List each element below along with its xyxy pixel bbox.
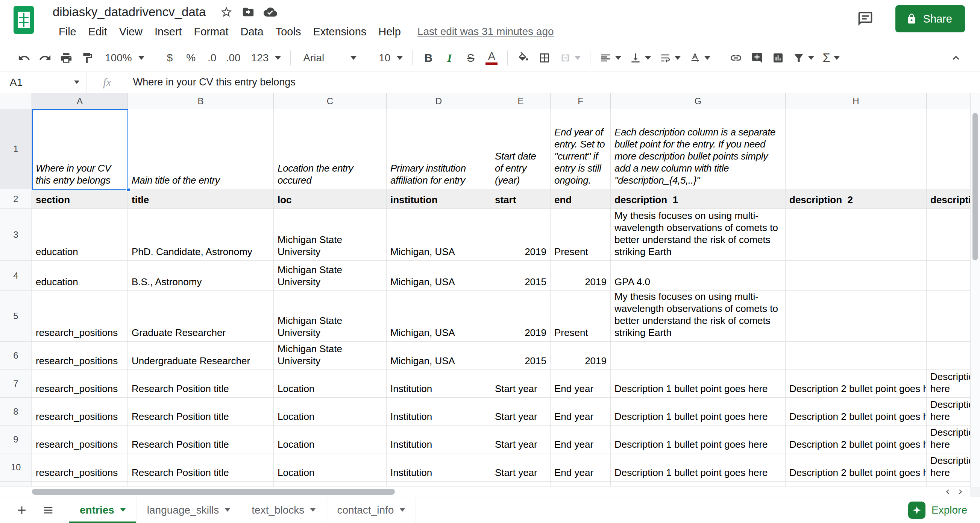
- horizontal-align-button[interactable]: [596, 48, 625, 69]
- cell-C5[interactable]: Michigan State University: [274, 291, 387, 342]
- sheet-tab-menu-icon[interactable]: [400, 508, 405, 512]
- cell-F8[interactable]: End year: [550, 398, 611, 426]
- sheet-tab-text_blocks[interactable]: text_blocks: [241, 497, 326, 523]
- column-header-partial[interactable]: [927, 93, 970, 109]
- cell-G7[interactable]: Description 1 bullet point goes here: [611, 370, 786, 398]
- zoom-select[interactable]: 100%: [98, 48, 148, 69]
- cell-C6[interactable]: Michigan State University: [274, 342, 387, 370]
- number-format-menu[interactable]: 123: [245, 48, 285, 69]
- cell-I2[interactable]: description_3: [927, 189, 970, 209]
- cell-I11[interactable]: [927, 482, 970, 486]
- comment-history-icon[interactable]: [857, 11, 873, 27]
- create-filter-button[interactable]: [789, 48, 818, 69]
- fill-color-button[interactable]: [513, 48, 534, 69]
- cell-F3[interactable]: Present: [550, 209, 611, 261]
- cell-E10[interactable]: Start year: [491, 453, 550, 482]
- cell-F6[interactable]: 2019: [550, 342, 611, 370]
- cell-E7[interactable]: Start year: [491, 370, 550, 398]
- cell-H1[interactable]: [786, 109, 927, 189]
- vertical-scrollbar-thumb[interactable]: [972, 113, 978, 260]
- cell-B2[interactable]: title: [128, 189, 274, 209]
- cell-C9[interactable]: Location: [274, 426, 387, 453]
- select-all-corner[interactable]: [0, 93, 32, 109]
- menu-format[interactable]: Format: [188, 23, 235, 40]
- cell-G4[interactable]: GPA 4.0: [611, 261, 786, 291]
- cell-A2[interactable]: section: [32, 189, 128, 209]
- row-header-6[interactable]: 6: [0, 342, 32, 370]
- cell-D2[interactable]: institution: [387, 189, 491, 209]
- cell-G3[interactable]: My thesis focuses on using multi-wavelen…: [611, 209, 786, 261]
- increase-decimal-button[interactable]: .00: [223, 48, 244, 69]
- row-header-1[interactable]: 1: [0, 109, 32, 189]
- move-to-folder-icon[interactable]: [242, 6, 255, 18]
- cell-H11[interactable]: [786, 482, 927, 486]
- sheets-logo-icon[interactable]: [14, 6, 34, 34]
- cell-C8[interactable]: Location: [274, 398, 387, 426]
- vertical-scrollbar[interactable]: [970, 93, 980, 487]
- cell-G10[interactable]: Description 1 bullet point goes here: [611, 453, 786, 482]
- decrease-decimal-button[interactable]: .0: [202, 48, 222, 69]
- collapse-toolbar-button[interactable]: [946, 48, 966, 69]
- cell-D7[interactable]: Institution: [387, 370, 491, 398]
- explore-button[interactable]: Explore: [908, 502, 967, 519]
- cell-I4[interactable]: [927, 261, 970, 291]
- menu-insert[interactable]: Insert: [148, 23, 188, 40]
- cell-C7[interactable]: Location: [274, 370, 387, 398]
- font-family-select[interactable]: Arial: [296, 48, 360, 69]
- cell-C10[interactable]: Location: [274, 453, 387, 482]
- borders-button[interactable]: [535, 48, 555, 69]
- cell-I3[interactable]: [927, 209, 970, 261]
- row-header-8[interactable]: 8: [0, 398, 32, 426]
- cell-D1[interactable]: Primary institution affiliation for entr…: [387, 109, 491, 189]
- cell-F7[interactable]: End year: [550, 370, 611, 398]
- column-header-G[interactable]: G: [611, 93, 786, 109]
- print-button[interactable]: [56, 48, 76, 69]
- insert-comment-button[interactable]: [747, 48, 767, 69]
- cell-A9[interactable]: research_positions: [32, 426, 128, 453]
- cell-E3[interactable]: 2019: [491, 209, 550, 261]
- menu-edit[interactable]: Edit: [82, 23, 113, 40]
- all-sheets-menu-button[interactable]: [36, 498, 60, 522]
- cell-F1[interactable]: End year of entry. Set to "current" if e…: [550, 109, 611, 189]
- cell-F11[interactable]: [550, 482, 611, 486]
- cell-D3[interactable]: Michigan, USA: [387, 209, 491, 261]
- menu-data[interactable]: Data: [234, 23, 269, 40]
- column-header-D[interactable]: D: [387, 93, 491, 109]
- scroll-left-icon[interactable]: [943, 487, 952, 496]
- sheet-tab-menu-icon[interactable]: [120, 508, 126, 512]
- cell-D10[interactable]: Institution: [387, 453, 491, 482]
- cell-A4[interactable]: education: [32, 261, 128, 291]
- bold-button[interactable]: B: [418, 48, 439, 69]
- cell-G11[interactable]: [611, 482, 786, 486]
- row-header-7[interactable]: 7: [0, 370, 32, 398]
- format-currency-button[interactable]: $: [160, 48, 180, 69]
- menu-file[interactable]: File: [52, 23, 82, 40]
- sheet-tab-contact_info[interactable]: contact_info: [326, 497, 416, 523]
- row-header-4[interactable]: 4: [0, 261, 32, 291]
- cell-C1[interactable]: Location the entry occured: [274, 109, 387, 189]
- formula-input[interactable]: Where in your CV this entry belongs: [133, 77, 296, 88]
- cell-C2[interactable]: loc: [274, 189, 387, 209]
- paint-format-button[interactable]: [77, 48, 97, 69]
- cell-G5[interactable]: My thesis focuses on using multi-wavelen…: [611, 291, 786, 342]
- menu-tools[interactable]: Tools: [270, 23, 307, 40]
- cell-I6[interactable]: [927, 342, 970, 370]
- column-header-H[interactable]: H: [786, 93, 927, 109]
- text-color-button[interactable]: A: [481, 48, 502, 69]
- cell-D9[interactable]: Institution: [387, 426, 491, 453]
- sheet-tab-language_skills[interactable]: language_skills: [137, 497, 241, 523]
- functions-button[interactable]: Σ: [819, 48, 843, 69]
- name-box-dropdown-icon[interactable]: [74, 81, 80, 84]
- column-header-F[interactable]: F: [550, 93, 611, 109]
- cell-G2[interactable]: description_1: [611, 189, 786, 209]
- redo-button[interactable]: [35, 48, 55, 69]
- cell-C3[interactable]: Michigan State University: [274, 209, 387, 261]
- sheet-tab-menu-icon[interactable]: [225, 508, 230, 512]
- cell-A5[interactable]: research_positions: [32, 291, 128, 342]
- document-title[interactable]: dibiasky_datadrivencv_data: [52, 5, 206, 19]
- cell-E2[interactable]: start: [491, 189, 550, 209]
- cell-C11[interactable]: [274, 482, 387, 486]
- cell-E1[interactable]: Start date of entry (year): [491, 109, 550, 189]
- insert-link-button[interactable]: [726, 48, 746, 69]
- cell-A3[interactable]: education: [32, 209, 128, 261]
